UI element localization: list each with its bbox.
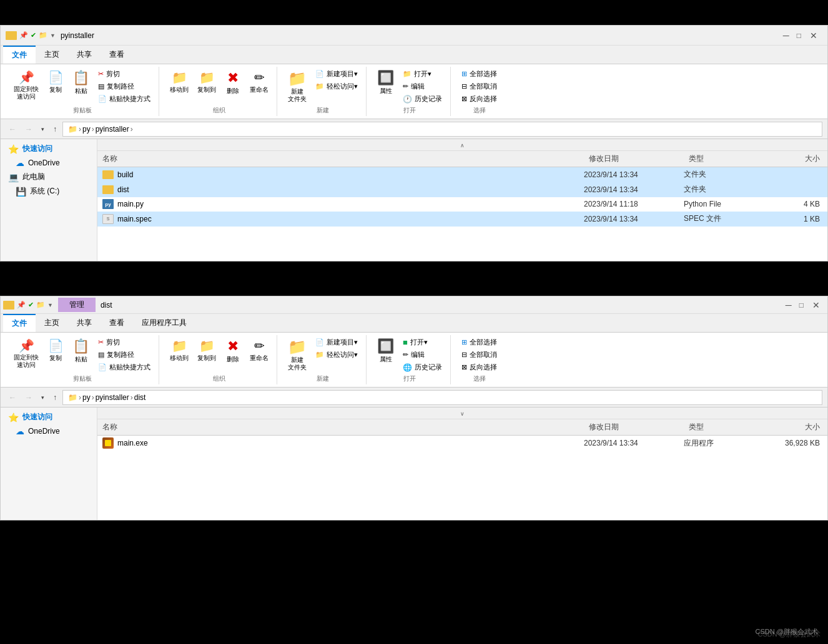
tab-home-2[interactable]: 主页 <box>36 314 68 332</box>
selectall-btn-2[interactable]: ⊞ 全部选择 <box>458 336 500 348</box>
rename-btn-2[interactable]: ✏ 重命名 <box>247 336 272 364</box>
forward-btn-2[interactable]: → <box>22 391 36 404</box>
col-header-name-1[interactable]: 名称 <box>97 152 584 165</box>
pin-icon-1: 📌 <box>19 70 34 85</box>
paste-btn-2[interactable]: 📋 粘贴 <box>69 336 92 366</box>
ribbon-group-new-content-1: 📁 新建文件夹 📄 新建项目▾ 📁 轻松访问▾ <box>285 68 361 105</box>
ribbon-group-open-1: 🔲 属性 📁 打开▾ ✏ 编辑 🕐 历史记录 <box>369 67 451 116</box>
sidebar-item-quickaccess-2[interactable]: ⭐ 快速访问 <box>1 410 97 424</box>
easyaccess-btn-2[interactable]: 📁 轻松访问▾ <box>312 349 361 361</box>
file-row-dist[interactable]: dist 2023/9/14 13:34 文件夹 <box>97 182 827 197</box>
delete-btn-1[interactable]: ✖ 删除 <box>222 68 244 97</box>
tab-home-1[interactable]: 主页 <box>36 46 68 64</box>
close-btn-1[interactable]: ✕ <box>805 31 822 41</box>
maximize-btn-1[interactable]: □ <box>793 31 805 40</box>
sidebar-item-systemc-1[interactable]: 💾 系统 (C:) <box>1 184 97 198</box>
col-header-name-2[interactable]: 名称 <box>97 421 584 434</box>
file-row-mainexe[interactable]: main.exe 2023/9/14 13:34 应用程序 36,928 KB <box>97 436 827 451</box>
file-row-mainpy[interactable]: py main.py 2023/9/14 11:18 Python File 4… <box>97 197 827 212</box>
file-name-mainexe: main.exe <box>117 439 148 447</box>
newfolder-btn-2[interactable]: 📁 新建文件夹 <box>285 336 310 373</box>
copy-btn-1[interactable]: 📄 复制 <box>44 68 67 96</box>
copy-icon-2: 📄 <box>48 338 64 353</box>
copyto-btn-1[interactable]: 📁 复制到 <box>194 68 219 96</box>
col-header-size-1[interactable]: 大小 <box>777 152 827 165</box>
recent-btn-1[interactable]: ▾ <box>38 124 47 134</box>
minimize-btn-1[interactable]: ─ <box>779 31 793 41</box>
minimize-btn-2[interactable]: ─ <box>782 300 796 310</box>
copyto-btn-2[interactable]: 📁 复制到 <box>194 336 219 364</box>
file-row-mainspec[interactable]: S main.spec 2023/9/14 13:34 SPEC 文件 1 KB <box>97 212 827 227</box>
tab-manage-2[interactable]: 管理 <box>58 298 96 312</box>
up-btn-2[interactable]: ↑ <box>50 391 60 404</box>
moveto-btn-2[interactable]: 📁 移动到 <box>167 336 192 364</box>
selectall-btn-1[interactable]: ⊞ 全部选择 <box>458 68 500 80</box>
tab-share-1[interactable]: 共享 <box>68 46 101 64</box>
moveto-icon-2: 📁 <box>172 338 187 353</box>
col-header-date-1[interactable]: 修改日期 <box>584 152 684 165</box>
pin-btn-2[interactable]: 📌 固定到快速访问 <box>11 336 42 371</box>
cut-icon-1: ✂ <box>98 70 104 78</box>
open-btn-2[interactable]: ■ 打开▾ <box>400 336 445 348</box>
moveto-btn-1[interactable]: 📁 移动到 <box>167 68 192 96</box>
properties-icon-1: 🔲 <box>377 70 394 86</box>
col-header-date-2[interactable]: 修改日期 <box>584 421 684 434</box>
address-path-1[interactable]: 📁 › py › pyinstaller › <box>62 122 822 137</box>
rename-btn-1[interactable]: ✏ 重命名 <box>247 68 272 96</box>
close-btn-2[interactable]: ✕ <box>807 300 825 310</box>
copyto-icon-1: 📁 <box>199 70 215 85</box>
sidebar-item-onedrive-2[interactable]: ☁ OneDrive <box>1 424 97 438</box>
selectnone-btn-2[interactable]: ⊟ 全部取消 <box>458 349 500 361</box>
newitem-btn-2[interactable]: 📄 新建项目▾ <box>312 336 361 348</box>
newfolder-icon-1: 📁 <box>288 70 307 87</box>
selectnone-icon-2: ⊟ <box>461 351 467 359</box>
paste-btn-1[interactable]: 📋 粘贴 <box>69 68 92 97</box>
newfolder-btn-1[interactable]: 📁 新建文件夹 <box>285 68 310 105</box>
title-pin-icon: 📌 <box>19 31 28 39</box>
col-header-type-2[interactable]: 类型 <box>684 421 777 434</box>
tab-apptools-2[interactable]: 应用程序工具 <box>133 314 195 332</box>
col-header-type-1[interactable]: 类型 <box>684 152 777 165</box>
newitem-btn-1[interactable]: 📄 新建项目▾ <box>312 68 361 80</box>
col-header-size-2[interactable]: 大小 <box>777 421 827 434</box>
history-btn-1[interactable]: 🕐 历史记录 <box>400 93 445 105</box>
address-path-2[interactable]: 📁 › py › pyinstaller › dist <box>62 390 822 405</box>
tab-view-2[interactable]: 查看 <box>101 314 133 332</box>
title-bar-icons-2: 📌 ✔ 📁 ▼ <box>3 301 53 310</box>
easyaccess-btn-1[interactable]: 📁 轻松访问▾ <box>312 80 361 92</box>
copypath-btn-2[interactable]: ▤ 复制路径 <box>95 349 154 361</box>
sidebar-item-quickaccess-1[interactable]: ⭐ 快速访问 <box>1 142 97 156</box>
tab-file-1[interactable]: 文件 <box>3 46 36 64</box>
delete-btn-2[interactable]: ✖ 删除 <box>222 336 244 366</box>
up-btn-1[interactable]: ↑ <box>50 123 60 135</box>
invertselect-btn-2[interactable]: ⊠ 反向选择 <box>458 361 500 373</box>
sidebar-item-thispc-1[interactable]: 💻 此电脑 <box>1 170 97 184</box>
file-row-build[interactable]: build 2023/9/14 13:34 文件夹 <box>97 167 827 182</box>
tab-file-2[interactable]: 文件 <box>3 314 36 332</box>
pin-btn-1[interactable]: 📌 固定到快速访问 <box>11 68 42 102</box>
properties-btn-2[interactable]: 🔲 属性 <box>374 336 397 366</box>
selectnone-btn-1[interactable]: ⊟ 全部取消 <box>458 80 500 92</box>
tab-share-2[interactable]: 共享 <box>68 314 101 332</box>
forward-btn-1[interactable]: → <box>22 123 36 135</box>
open-btn-1[interactable]: 📁 打开▾ <box>400 68 445 80</box>
pasteshortcut-btn-2[interactable]: 📄 粘贴快捷方式 <box>95 361 154 373</box>
copypath-icon-2: ▤ <box>98 351 104 359</box>
recent-btn-2[interactable]: ▾ <box>38 393 47 402</box>
cut-btn-1[interactable]: ✂ 剪切 <box>95 68 154 80</box>
properties-btn-1[interactable]: 🔲 属性 <box>374 68 397 97</box>
pasteshortcut-btn-1[interactable]: 📄 粘贴快捷方式 <box>95 93 154 105</box>
maximize-btn-2[interactable]: □ <box>796 301 807 310</box>
copypath-btn-1[interactable]: ▤ 复制路径 <box>95 80 154 92</box>
edit-btn-2[interactable]: ✏ 编辑 <box>400 349 445 361</box>
title-area-2: 📌 ✔ 📁 ▼ 管理 dist ─ □ ✕ <box>1 296 827 314</box>
copy-btn-2[interactable]: 📄 复制 <box>44 336 67 364</box>
tab-view-1[interactable]: 查看 <box>101 46 133 64</box>
invertselect-btn-1[interactable]: ⊠ 反向选择 <box>458 93 500 105</box>
back-btn-2[interactable]: ← <box>6 391 19 404</box>
edit-btn-1[interactable]: ✏ 编辑 <box>400 80 445 92</box>
back-btn-1[interactable]: ← <box>6 123 19 135</box>
cut-btn-2[interactable]: ✂ 剪切 <box>95 336 154 348</box>
sidebar-item-onedrive-1[interactable]: ☁ OneDrive <box>1 156 97 170</box>
history-btn-2[interactable]: 🌐 历史记录 <box>400 361 445 373</box>
